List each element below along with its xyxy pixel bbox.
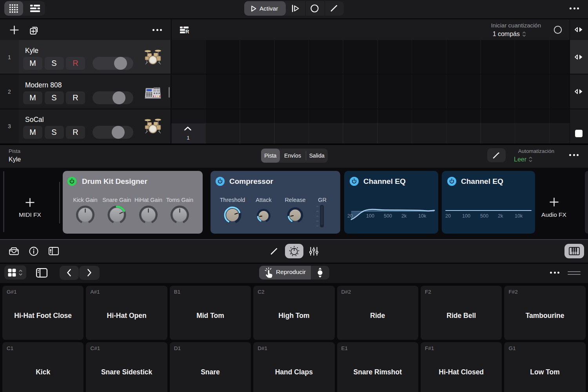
svg-text:R: R — [185, 29, 189, 34]
